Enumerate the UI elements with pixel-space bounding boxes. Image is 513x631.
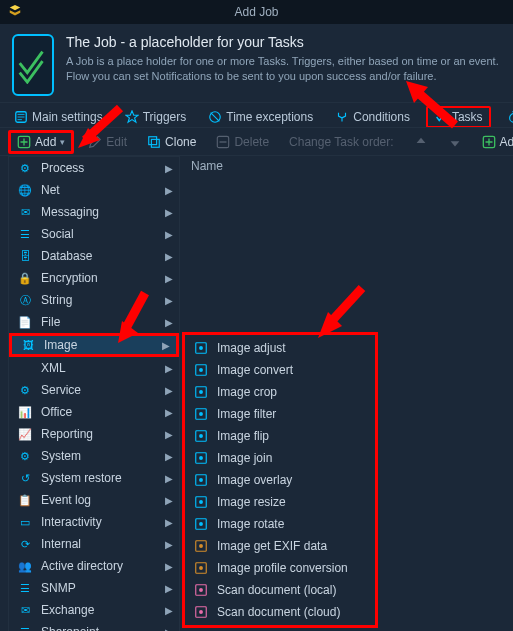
task-icon: [193, 407, 209, 421]
category-label: Service: [41, 383, 157, 397]
submenu-label: Image resize: [217, 495, 286, 509]
submenu-arrow-icon: ▶: [165, 583, 173, 594]
submenu-item-scan-document-cloud-[interactable]: Scan document (cloud): [185, 601, 375, 623]
category-item-string[interactable]: ⒶString▶: [9, 289, 179, 311]
image-submenu: Image adjustImage convertImage cropImage…: [182, 332, 378, 628]
clone-button[interactable]: Clone: [141, 133, 202, 151]
svg-point-29: [199, 566, 203, 570]
category-label: Exchange: [41, 603, 157, 617]
delete-button[interactable]: Delete: [210, 133, 275, 151]
category-icon: ✉: [17, 604, 33, 617]
header: The Job - a placeholder for your Tasks A…: [0, 24, 513, 102]
category-label: System restore: [41, 471, 157, 485]
category-item-reporting[interactable]: 📈Reporting▶: [9, 423, 179, 445]
category-label: Event log: [41, 493, 157, 507]
tab-main-settings[interactable]: Main settings: [8, 108, 109, 126]
tab-triggers[interactable]: Triggers: [119, 108, 193, 126]
category-item-office[interactable]: 📊Office▶: [9, 401, 179, 423]
submenu-arrow-icon: ▶: [165, 407, 173, 418]
category-item-internal[interactable]: ⟳Internal▶: [9, 533, 179, 555]
category-item-social[interactable]: ☰Social▶: [9, 223, 179, 245]
svg-point-17: [199, 434, 203, 438]
button-label: Add: [35, 135, 56, 149]
submenu-item-image-flip[interactable]: Image flip: [185, 425, 375, 447]
titlebar: Add Job: [0, 0, 513, 24]
category-item-image[interactable]: 🖼Image▶: [9, 333, 179, 357]
submenu-item-image-overlay[interactable]: Image overlay: [185, 469, 375, 491]
change-order-label: Change Task order:: [283, 133, 400, 151]
svg-point-15: [199, 412, 203, 416]
button-label: Clone: [165, 135, 196, 149]
svg-point-11: [199, 368, 203, 372]
submenu-item-image-convert[interactable]: Image convert: [185, 359, 375, 381]
category-label: Messaging: [41, 205, 157, 219]
task-icon: [193, 561, 209, 575]
move-up-button[interactable]: [408, 133, 434, 151]
svg-point-23: [199, 500, 203, 504]
submenu-arrow-icon: ▶: [165, 605, 173, 616]
category-icon: Ⓐ: [17, 293, 33, 308]
tab-tasks[interactable]: Tasks: [426, 106, 491, 128]
submenu-item-image-resize[interactable]: Image resize: [185, 491, 375, 513]
svg-point-13: [199, 390, 203, 394]
category-menu: ⚙Process▶🌐Net▶✉Messaging▶☰Social▶🗄Databa…: [8, 156, 180, 631]
category-icon: 📋: [17, 494, 33, 507]
category-icon: ☰: [17, 228, 33, 241]
submenu-item-image-get-exif-data[interactable]: Image get EXIF data: [185, 535, 375, 557]
submenu-item-image-join[interactable]: Image join: [185, 447, 375, 469]
tab-conditions[interactable]: Conditions: [329, 108, 416, 126]
category-label: Interactivity: [41, 515, 157, 529]
submenu-arrow-icon: ▶: [165, 185, 173, 196]
category-item-snmp[interactable]: ☰SNMP▶: [9, 577, 179, 599]
category-item-encryption[interactable]: 🔒Encryption▶: [9, 267, 179, 289]
category-item-system-restore[interactable]: ↺System restore▶: [9, 467, 179, 489]
tab-bar: Main settings Triggers Time exceptions C…: [0, 102, 513, 128]
submenu-arrow-icon: ▶: [165, 251, 173, 262]
submenu-item-image-rotate[interactable]: Image rotate: [185, 513, 375, 535]
dropdown-caret-icon: ▾: [60, 137, 65, 147]
tab-label: Conditions: [353, 110, 410, 124]
category-icon: ⚙: [17, 162, 33, 175]
category-icon: ☰: [17, 582, 33, 595]
add-loop-button[interactable]: Add loop: [476, 133, 513, 151]
submenu-arrow-icon: ▶: [165, 495, 173, 506]
category-item-interactivity[interactable]: ▭Interactivity▶: [9, 511, 179, 533]
submenu-label: Image adjust: [217, 341, 286, 355]
tab-timeout[interactable]: TimeOut: [501, 108, 513, 126]
submenu-arrow-icon: ▶: [165, 273, 173, 284]
category-item-event-log[interactable]: 📋Event log▶: [9, 489, 179, 511]
category-item-service[interactable]: ⚙Service▶: [9, 379, 179, 401]
task-icon: [193, 363, 209, 377]
category-item-system[interactable]: ⚙System▶: [9, 445, 179, 467]
category-item-net[interactable]: 🌐Net▶: [9, 179, 179, 201]
category-item-sharepoint[interactable]: ☰Sharepoint▶: [9, 621, 179, 631]
category-item-xml[interactable]: XML▶: [9, 357, 179, 379]
submenu-item-image-adjust[interactable]: Image adjust: [185, 337, 375, 359]
category-label: Active directory: [41, 559, 157, 573]
label: Change Task order:: [289, 135, 394, 149]
category-item-active-directory[interactable]: 👥Active directory▶: [9, 555, 179, 577]
submenu-arrow-icon: ▶: [165, 561, 173, 572]
submenu-arrow-icon: ▶: [162, 340, 170, 351]
submenu-item-image-crop[interactable]: Image crop: [185, 381, 375, 403]
category-item-exchange[interactable]: ✉Exchange▶: [9, 599, 179, 621]
edit-button[interactable]: Edit: [82, 133, 133, 151]
column-header-name[interactable]: Name: [185, 156, 229, 176]
svg-point-27: [199, 544, 203, 548]
task-icon: [193, 341, 209, 355]
submenu-item-image-filter[interactable]: Image filter: [185, 403, 375, 425]
submenu-item-image-profile-conversion[interactable]: Image profile conversion: [185, 557, 375, 579]
tab-time-exceptions[interactable]: Time exceptions: [202, 108, 319, 126]
tab-label: Main settings: [32, 110, 103, 124]
category-label: Internal: [41, 537, 157, 551]
move-down-button[interactable]: [442, 133, 468, 151]
submenu-item-scan-document-local-[interactable]: Scan document (local): [185, 579, 375, 601]
category-label: Social: [41, 227, 157, 241]
add-button[interactable]: Add ▾: [8, 130, 74, 154]
category-item-process[interactable]: ⚙Process▶: [9, 157, 179, 179]
submenu-label: Image profile conversion: [217, 561, 348, 575]
category-item-messaging[interactable]: ✉Messaging▶: [9, 201, 179, 223]
submenu-arrow-icon: ▶: [165, 539, 173, 550]
category-item-file[interactable]: 📄File▶: [9, 311, 179, 333]
category-item-database[interactable]: 🗄Database▶: [9, 245, 179, 267]
